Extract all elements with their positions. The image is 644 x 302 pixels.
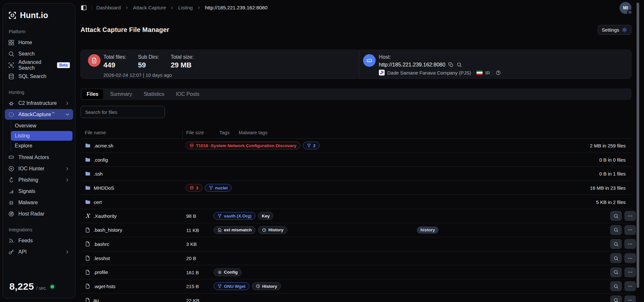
stat-sub-dirs: Sub Dirs: 59	[138, 54, 159, 69]
more-button[interactable]	[624, 281, 636, 291]
sidebar-item-threat-actors[interactable]: Threat Actors	[5, 152, 73, 163]
more-button[interactable]	[624, 239, 636, 249]
user-menu[interactable]: MI	[620, 2, 631, 14]
folder-icon	[85, 185, 91, 191]
mitre-tag-pill[interactable]: 3	[186, 184, 202, 192]
signal-bars-icon	[8, 188, 14, 195]
scrollbar-thumb[interactable]	[637, 3, 639, 288]
section-label-hunting: Hunting	[9, 90, 69, 95]
table-row[interactable]: cert 5 KB in 2 files	[81, 195, 631, 209]
preview-button[interactable]	[610, 267, 622, 277]
sidebar-item-feeds[interactable]: Feeds	[5, 235, 73, 246]
sidebar-item-api[interactable]: API	[5, 247, 73, 257]
preview-button[interactable]	[610, 211, 622, 221]
malware-tag-pill[interactable]: history	[417, 226, 438, 234]
more-button[interactable]	[624, 211, 636, 221]
preview-button[interactable]	[610, 253, 622, 263]
sidebar-item-overview[interactable]: Overview	[11, 121, 72, 131]
tag-pill[interactable]: History	[258, 226, 287, 234]
more-button[interactable]	[624, 295, 636, 302]
table-row[interactable]: .ssh 0 B in 1 files	[81, 167, 631, 181]
col-tags: Tags	[219, 130, 230, 135]
oss-tag-pill[interactable]: nuclei	[205, 184, 232, 192]
clock-icon	[256, 284, 260, 288]
preview-button[interactable]	[610, 239, 622, 249]
table-row[interactable]: X.Xauthority 98 B xauth (X.Org) Key	[81, 209, 631, 223]
hunt-logo-icon	[8, 11, 17, 20]
ellipsis-icon	[628, 284, 633, 289]
table-header: File name File size Tags Malware tags	[81, 129, 631, 139]
tab-statistics[interactable]: Statistics	[139, 89, 169, 99]
fish-hook-icon	[8, 177, 14, 183]
dir-size-summary: 16 MB in 23 files	[590, 185, 626, 191]
search-icon	[8, 51, 14, 57]
more-button[interactable]	[624, 225, 636, 235]
oss-tag-pill[interactable]: xauth (X.Org)	[214, 212, 255, 220]
sidebar-toggle-icon[interactable]	[81, 5, 87, 11]
tab-summary[interactable]: Summary	[105, 89, 137, 99]
help-icon[interactable]	[495, 70, 501, 76]
breadcrumb: Dashboard Attack Capture Listing http://…	[96, 5, 267, 11]
search-icon	[613, 270, 619, 275]
tag-pill[interactable]: Config	[214, 268, 242, 276]
table-row[interactable]: .config 0 B in 0 files	[81, 153, 631, 167]
preview-button[interactable]	[610, 295, 622, 302]
search-icon	[613, 213, 619, 218]
search-icon	[613, 298, 619, 302]
sidebar-item-c2-infrastructure[interactable]: C2 Infrastructure	[5, 98, 73, 108]
sidebar-item-sql-search[interactable]: SQL Search	[5, 71, 73, 82]
breadcrumb-attack-capture[interactable]: Attack Capture	[133, 5, 166, 11]
scan-rate-unit: / sec.	[36, 286, 47, 291]
table-row[interactable]: MHDDoS 3 nuclei 16 MB in 23 files	[81, 181, 631, 195]
preview-button[interactable]	[610, 281, 622, 291]
tag-pill[interactable]: Key	[258, 212, 274, 220]
more-button[interactable]	[624, 253, 636, 263]
search-host-icon[interactable]	[457, 62, 462, 67]
table-row[interactable]: au 22 KB	[81, 294, 631, 302]
preview-button[interactable]	[610, 225, 622, 235]
file-x-icon	[217, 228, 222, 232]
sidebar-item-host-radar[interactable]: Host Radar	[5, 208, 73, 219]
brand[interactable]: Hunt.io	[3, 9, 75, 21]
file-icon	[85, 283, 91, 289]
attackcapture-submenu: Overview Listing Explore	[11, 121, 72, 151]
settings-button[interactable]: Settings	[598, 25, 631, 35]
sidebar-item-home[interactable]: Home	[5, 37, 73, 48]
tab-ioc-posts[interactable]: IOC Posts	[171, 89, 204, 99]
ellipsis-icon	[628, 241, 633, 247]
chevron-right-icon	[65, 166, 70, 171]
gear-icon	[217, 270, 222, 275]
section-label-platform: Platform	[9, 29, 69, 34]
sidebar-item-phishing[interactable]: Phishing	[5, 175, 73, 185]
search-input[interactable]	[81, 109, 165, 115]
sidebar-item-listing[interactable]: Listing	[11, 131, 72, 141]
copy-icon[interactable]	[448, 62, 454, 67]
sidebar-item-search[interactable]: Search	[5, 48, 73, 59]
file-icon	[85, 241, 91, 247]
more-button[interactable]	[624, 267, 636, 277]
host-icon	[363, 54, 376, 67]
page-scrollbar[interactable]	[636, 0, 640, 302]
table-row[interactable]: .bashrc 3 KB	[81, 237, 631, 251]
table-row[interactable]: .lesshst 20 B	[81, 251, 631, 266]
sidebar-item-explore[interactable]: Explore	[11, 141, 72, 151]
table-row[interactable]: .acme.sh T1016 -System Network Configura…	[81, 139, 631, 153]
oss-tag-pill[interactable]: 2	[303, 142, 320, 149]
sidebar-item-advanced-search[interactable]: Advanced Search Beta	[5, 60, 73, 70]
sidebar-item-malware[interactable]: Malware	[5, 197, 73, 208]
table-row[interactable]: .bash_history 11 KB ext mismatch History…	[81, 223, 631, 237]
breadcrumb-dashboard[interactable]: Dashboard	[96, 5, 121, 11]
sidebar-item-signals[interactable]: Signals	[5, 186, 73, 196]
table-row[interactable]: .wget-hsts 215 B GNU Wget History	[81, 279, 631, 294]
folder-icon	[85, 171, 91, 177]
tag-pill[interactable]: History	[252, 282, 281, 290]
sidebar-item-ioc-hunter[interactable]: IOC Hunter	[5, 163, 73, 174]
breadcrumb-listing[interactable]: Listing	[178, 5, 193, 11]
tag-pill[interactable]: ext mismatch	[214, 226, 255, 234]
mitre-tag-pill[interactable]: T1016 -System Network Configuration Disc…	[186, 142, 300, 149]
table-row[interactable]: .profile 161 B Config	[81, 265, 631, 279]
tab-files[interactable]: Files	[82, 89, 103, 99]
oss-tag-pill[interactable]: GNU Wget	[214, 282, 249, 290]
sidebar-item-attackcapture[interactable]: AttackCapture™	[5, 109, 73, 120]
host-country: IR	[485, 70, 490, 76]
